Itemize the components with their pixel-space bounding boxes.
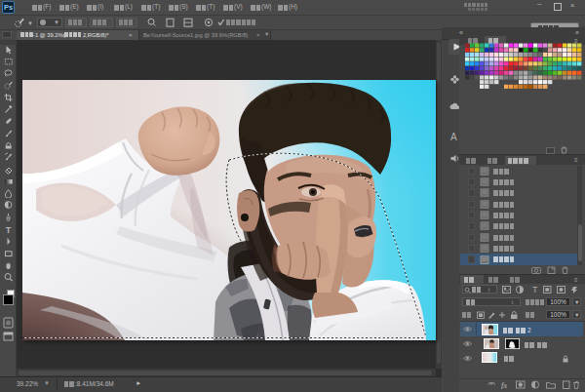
svg-text:T: T bbox=[532, 285, 538, 294]
svg-text:fx: fx bbox=[501, 381, 507, 390]
